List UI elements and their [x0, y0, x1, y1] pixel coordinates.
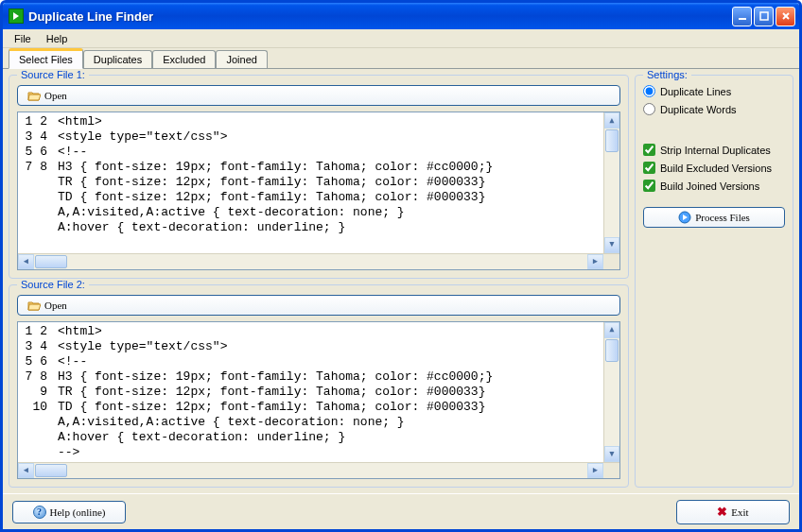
vscroll-thumb[interactable] [605, 129, 619, 152]
source-file-1-group: Source File 1: Open 1 2 3 4 5 6 7 8 <htm… [9, 75, 629, 279]
source-2-editor[interactable]: 1 2 3 4 5 6 7 8 9 10 <html> <style type=… [17, 321, 620, 480]
source-1-vscrollbar[interactable]: ▴ ▾ [603, 112, 619, 253]
open-button-label: Open [44, 90, 67, 101]
help-online-button[interactable]: ? Help (online) [12, 501, 126, 523]
menubar: File Help [3, 29, 799, 48]
open-file-2-button[interactable]: Open [17, 295, 620, 316]
open-button-label: Open [44, 300, 67, 311]
exit-button[interactable]: ✖ Exit [676, 500, 790, 524]
scroll-up-icon[interactable]: ▴ [604, 112, 619, 129]
scroll-right-icon[interactable]: ▸ [587, 254, 603, 269]
source-file-2-group: Source File 2: Open 1 2 3 4 5 6 7 8 9 10… [9, 284, 629, 489]
settings-group: Settings: Duplicate Lines Duplicate Word… [635, 75, 793, 488]
window-title: Duplicate Line Finder [28, 9, 732, 24]
scroll-down-icon[interactable]: ▾ [604, 446, 619, 462]
vscroll-thumb[interactable] [605, 339, 619, 362]
close-button[interactable] [776, 7, 795, 26]
scroll-down-icon[interactable]: ▾ [604, 237, 619, 253]
svg-rect-1 [739, 18, 746, 20]
folder-open-icon [27, 89, 41, 102]
bottom-bar: ? Help (online) ✖ Exit [3, 493, 799, 529]
minimize-button[interactable] [732, 7, 752, 26]
hscroll-thumb[interactable] [35, 255, 67, 268]
tab-excluded[interactable]: Excluded [152, 50, 216, 68]
scroll-right-icon[interactable]: ▸ [587, 463, 603, 478]
scroll-up-icon[interactable]: ▴ [604, 322, 619, 338]
svg-rect-2 [760, 12, 768, 20]
maximize-button[interactable] [754, 7, 774, 26]
check-strip-input[interactable] [643, 144, 655, 156]
source-1-legend: Source File 1: [17, 69, 89, 80]
check-excluded-input[interactable] [643, 162, 655, 174]
app-window: Duplicate Line Finder File Help Select F… [0, 0, 802, 532]
source-1-code[interactable]: <html> <style type="text/css"> <!-- H3 {… [54, 112, 619, 269]
source-2-hscrollbar[interactable]: ◂ ▸ [18, 462, 619, 478]
source-1-hscrollbar[interactable]: ◂ ▸ [18, 253, 619, 269]
check-strip-internal[interactable]: Strip Internal Duplicates [643, 144, 785, 156]
process-files-button[interactable]: Process Files [643, 207, 785, 228]
radio-duplicate-words[interactable]: Duplicate Words [643, 103, 785, 115]
source-1-gutter: 1 2 3 4 5 6 7 8 [18, 112, 54, 269]
check-joined-input[interactable] [643, 180, 655, 192]
hscroll-thumb[interactable] [35, 464, 67, 477]
source-2-code[interactable]: <html> <style type="text/css"> <!-- H3 {… [54, 322, 619, 479]
titlebar: Duplicate Line Finder [3, 3, 799, 29]
radio-duplicate-lines-input[interactable] [643, 85, 655, 97]
open-file-1-button[interactable]: Open [17, 85, 620, 106]
tab-select-files[interactable]: Select Files [9, 48, 83, 69]
svg-marker-0 [13, 12, 19, 20]
x-icon: ✖ [717, 505, 727, 520]
menu-file[interactable]: File [7, 31, 39, 46]
app-icon [9, 9, 24, 24]
scroll-left-icon[interactable]: ◂ [18, 463, 34, 478]
help-icon: ? [33, 506, 46, 519]
tab-duplicates[interactable]: Duplicates [83, 50, 152, 68]
source-2-gutter: 1 2 3 4 5 6 7 8 9 10 [18, 322, 54, 479]
check-build-excluded[interactable]: Build Excluded Versions [643, 162, 785, 174]
arrow-right-circle-icon [678, 211, 691, 224]
tab-joined[interactable]: Joined [216, 50, 267, 68]
settings-legend: Settings: [643, 69, 691, 80]
source-2-legend: Source File 2: [17, 279, 89, 290]
source-2-vscrollbar[interactable]: ▴ ▾ [603, 322, 619, 463]
tabstrip: Select Files Duplicates Excluded Joined [3, 48, 799, 69]
source-1-editor[interactable]: 1 2 3 4 5 6 7 8 <html> <style type="text… [17, 112, 620, 270]
menu-help[interactable]: Help [39, 31, 76, 46]
radio-duplicate-words-input[interactable] [643, 103, 655, 115]
scroll-left-icon[interactable]: ◂ [18, 254, 34, 269]
radio-duplicate-lines[interactable]: Duplicate Lines [643, 85, 785, 97]
folder-open-icon [27, 299, 41, 312]
check-build-joined[interactable]: Build Joined Versions [643, 180, 785, 192]
